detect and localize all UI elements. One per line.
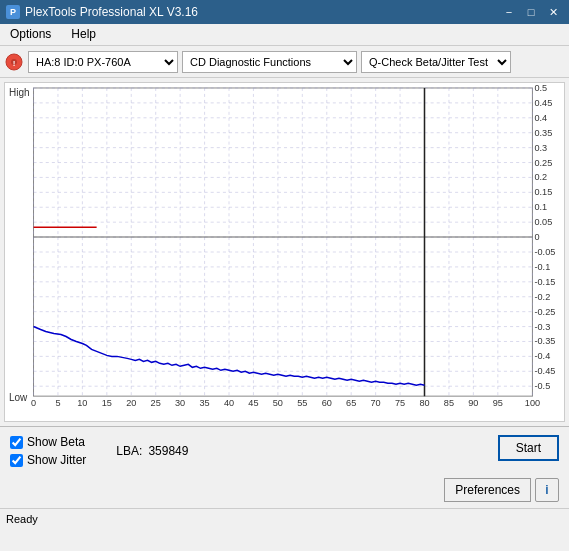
show-jitter-checkbox[interactable]: [10, 454, 23, 467]
svg-text:-0.05: -0.05: [534, 247, 555, 257]
svg-text:-0.35: -0.35: [534, 337, 555, 347]
svg-text:-0.45: -0.45: [534, 366, 555, 376]
chart-area: High Low: [4, 82, 565, 422]
svg-text:0.2: 0.2: [534, 173, 547, 183]
status-text: Ready: [6, 513, 38, 525]
title-bar-left: P PlexTools Professional XL V3.16: [6, 5, 198, 19]
svg-text:-0.4: -0.4: [534, 351, 550, 361]
menu-item-help[interactable]: Help: [65, 26, 102, 43]
test-select[interactable]: Q-Check Beta/Jitter Test: [361, 51, 511, 73]
svg-text:30: 30: [175, 398, 185, 408]
svg-text:0: 0: [534, 232, 539, 242]
prefs-info-row: Preferences i: [444, 478, 559, 502]
maximize-button[interactable]: □: [521, 4, 541, 20]
svg-text:0.15: 0.15: [534, 187, 552, 197]
svg-text:85: 85: [444, 398, 454, 408]
svg-text:0: 0: [31, 398, 36, 408]
svg-text:20: 20: [126, 398, 136, 408]
function-select[interactable]: CD Diagnostic Functions: [182, 51, 357, 73]
show-beta-checkbox[interactable]: [10, 436, 23, 449]
show-beta-label: Show Beta: [27, 435, 85, 449]
svg-text:0.35: 0.35: [534, 128, 552, 138]
svg-text:10: 10: [77, 398, 87, 408]
svg-text:35: 35: [199, 398, 209, 408]
svg-text:-0.25: -0.25: [534, 307, 555, 317]
device-icon: !: [4, 52, 24, 72]
chart-svg: 0.5 0.45 0.4 0.35 0.3 0.25 0.2 0.15 0.1 …: [5, 83, 564, 421]
svg-text:0.05: 0.05: [534, 217, 552, 227]
minimize-button[interactable]: −: [499, 4, 519, 20]
svg-text:60: 60: [322, 398, 332, 408]
title-bar-controls: − □ ✕: [499, 4, 563, 20]
show-jitter-item: Show Jitter: [10, 453, 86, 467]
svg-text:80: 80: [419, 398, 429, 408]
svg-text:0.3: 0.3: [534, 143, 547, 153]
lba-col: LBA: 359849: [116, 444, 188, 458]
app-title: PlexTools Professional XL V3.16: [25, 5, 198, 19]
start-button-container: Start: [498, 435, 559, 461]
svg-text:-0.3: -0.3: [534, 322, 550, 332]
svg-text:-0.15: -0.15: [534, 277, 555, 287]
svg-text:65: 65: [346, 398, 356, 408]
show-beta-item: Show Beta: [10, 435, 86, 449]
svg-text:25: 25: [151, 398, 161, 408]
menu-bar: Options Help: [0, 24, 569, 46]
svg-text:5: 5: [55, 398, 60, 408]
preferences-button[interactable]: Preferences: [444, 478, 531, 502]
menu-item-options[interactable]: Options: [4, 26, 57, 43]
svg-rect-3: [34, 88, 533, 396]
svg-text:50: 50: [273, 398, 283, 408]
svg-text:0.4: 0.4: [534, 113, 547, 123]
chart-label-low: Low: [9, 392, 27, 403]
device-select[interactable]: HA:8 ID:0 PX-760A: [28, 51, 178, 73]
title-bar: P PlexTools Professional XL V3.16 − □ ✕: [0, 0, 569, 24]
svg-text:15: 15: [102, 398, 112, 408]
lba-label: LBA:: [116, 444, 142, 458]
app-icon: P: [6, 5, 20, 19]
start-button[interactable]: Start: [498, 435, 559, 461]
svg-text:45: 45: [248, 398, 258, 408]
toolbar: ! HA:8 ID:0 PX-760A CD Diagnostic Functi…: [0, 46, 569, 78]
svg-text:!: !: [13, 59, 16, 68]
svg-text:90: 90: [468, 398, 478, 408]
chart-label-high: High: [9, 87, 30, 98]
show-jitter-label: Show Jitter: [27, 453, 86, 467]
svg-text:0.25: 0.25: [534, 158, 552, 168]
lba-value: 359849: [148, 444, 188, 458]
checks-col: Show Beta Show Jitter: [10, 435, 86, 467]
check-lba-row: Show Beta Show Jitter LBA: 359849: [0, 427, 569, 469]
svg-text:100: 100: [525, 398, 540, 408]
svg-text:-0.2: -0.2: [534, 292, 550, 302]
svg-text:40: 40: [224, 398, 234, 408]
svg-text:95: 95: [493, 398, 503, 408]
svg-text:70: 70: [371, 398, 381, 408]
status-bar: Ready: [0, 508, 569, 528]
svg-text:55: 55: [297, 398, 307, 408]
svg-text:-0.1: -0.1: [534, 262, 550, 272]
info-button[interactable]: i: [535, 478, 559, 502]
svg-text:-0.5: -0.5: [534, 381, 550, 391]
svg-text:0.45: 0.45: [534, 98, 552, 108]
svg-text:0.1: 0.1: [534, 202, 547, 212]
svg-text:0.5: 0.5: [534, 83, 547, 93]
svg-text:75: 75: [395, 398, 405, 408]
close-button[interactable]: ✕: [543, 4, 563, 20]
bottom-controls: Show Beta Show Jitter LBA: 359849 Start …: [0, 426, 569, 508]
